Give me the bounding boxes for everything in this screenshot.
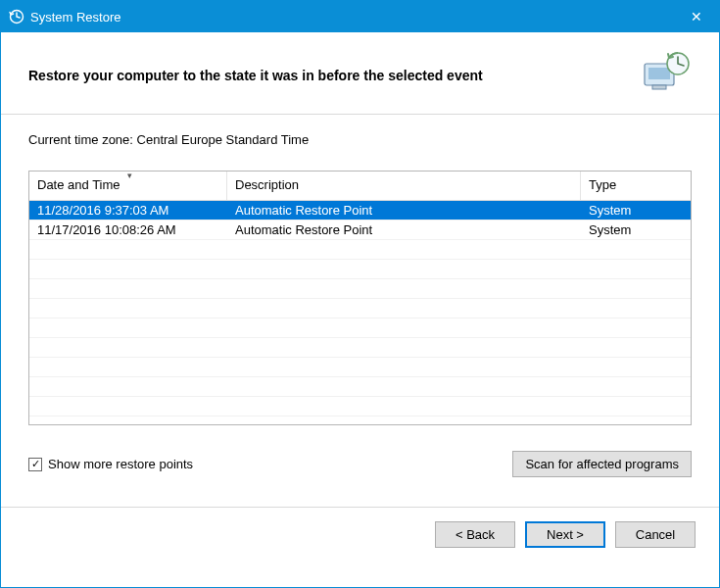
scan-affected-button[interactable]: Scan for affected programs [512,451,692,477]
cell-description: Automatic Restore Point [227,222,581,237]
table-row [29,279,691,299]
column-header-description[interactable]: Description [227,172,581,200]
timezone-label: Current time zone: Central Europe Standa… [28,132,692,147]
table-row [29,338,691,358]
svg-rect-2 [648,68,670,79]
show-more-label: Show more restore points [48,457,193,471]
cell-type: System [581,222,691,237]
cell-type: System [581,203,691,218]
content-area: Current time zone: Central Europe Standa… [1,115,719,431]
titlebar: System Restore ✕ [1,1,719,32]
cell-description: Automatic Restore Point [227,203,581,218]
restore-illustration-icon [639,50,692,100]
column-header-date[interactable]: Date and Time ▾ [29,172,227,200]
system-restore-icon [9,9,24,24]
header: Restore your computer to the state it wa… [1,32,719,115]
table-row[interactable]: 11/28/2016 9:37:03 AMAutomatic Restore P… [29,201,691,220]
table-row[interactable]: 11/17/2016 10:08:26 AMAutomatic Restore … [29,220,691,240]
svg-rect-3 [652,85,666,89]
page-heading: Restore your computer to the state it wa… [28,68,639,83]
cancel-button[interactable]: Cancel [615,521,696,548]
close-icon: ✕ [691,9,702,24]
window-title: System Restore [30,10,674,24]
restore-points-table: Date and Time ▾ Description Type 11/28/2… [28,171,692,425]
table-row [29,318,691,338]
next-button[interactable]: Next > [525,521,605,548]
checkbox-icon: ✓ [28,458,42,471]
wizard-buttons: < Back Next > Cancel [1,508,719,564]
table-row [29,377,691,397]
column-header-type[interactable]: Type [581,172,691,200]
table-row [29,358,691,377]
column-header-date-label: Date and Time [37,177,120,192]
table-row [29,260,691,279]
cell-date: 11/28/2016 9:37:03 AM [29,203,227,218]
close-button[interactable]: ✕ [674,1,719,32]
table-header: Date and Time ▾ Description Type [29,172,691,201]
show-more-checkbox[interactable]: ✓ Show more restore points [28,457,512,471]
table-body: 11/28/2016 9:37:03 AMAutomatic Restore P… [29,201,691,422]
back-button[interactable]: < Back [435,521,515,548]
table-row [29,397,691,416]
options-row: ✓ Show more restore points Scan for affe… [1,431,719,489]
table-row [29,299,691,318]
table-row [29,240,691,260]
sort-indicator-icon: ▾ [127,171,132,180]
cell-date: 11/17/2016 10:08:26 AM [29,222,227,237]
